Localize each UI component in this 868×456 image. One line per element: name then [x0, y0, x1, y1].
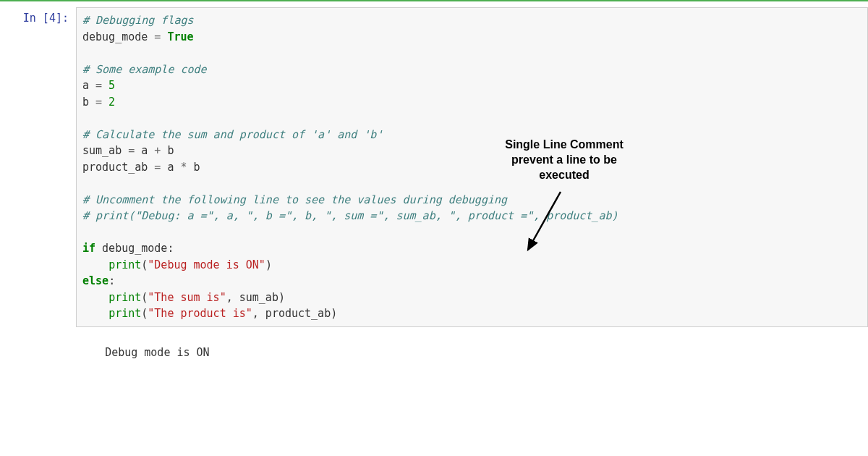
code-editor[interactable]: # Debugging flags debug_mode = True # So… — [76, 7, 868, 327]
code-token: = — [128, 144, 135, 157]
code-token: : — [109, 274, 115, 287]
code-token: * — [180, 161, 187, 174]
code-token: 5 — [102, 79, 115, 92]
code-token: = — [95, 96, 102, 109]
code-token: a — [161, 161, 180, 174]
prompt-close: ]: — [56, 12, 69, 25]
code-token — [82, 258, 109, 271]
code-token: debug_mode: — [95, 242, 174, 255]
code-token: b — [82, 96, 95, 109]
code-token: ( — [141, 258, 148, 271]
comment: # Some example code — [82, 63, 207, 76]
comment: # print("Debug: a =", a, ", b =", b, ", … — [82, 209, 618, 222]
code-token: ( — [141, 291, 148, 304]
code-token: print — [109, 291, 141, 304]
code-token — [82, 291, 109, 304]
output-area: Debug mode is ON — [69, 327, 868, 378]
code-token: else — [82, 274, 109, 287]
code-cell: In [4]: # Debugging flags debug_mode = T… — [0, 0, 868, 327]
code-token: ( — [141, 307, 148, 320]
code-token: print — [109, 258, 141, 271]
code-token: a — [135, 144, 154, 157]
code-token: sum_ab — [82, 144, 128, 157]
notebook-container: In [4]: # Debugging flags debug_mode = T… — [0, 0, 868, 378]
prompt-label: In [ — [23, 12, 49, 25]
code-token: print — [109, 307, 141, 320]
code-token: ) — [265, 258, 272, 271]
comment: # Uncomment the following line to see th… — [82, 193, 507, 206]
code-token: debug_mode — [82, 30, 154, 43]
code-token: "The product is" — [148, 307, 252, 320]
annotation-line: prevent a line to be — [485, 153, 644, 168]
annotation-text: Single Line Comment prevent a line to be… — [485, 138, 644, 182]
code-token: "Debug mode is ON" — [148, 258, 265, 271]
annotation-line: Single Line Comment — [485, 138, 644, 153]
code-token: if — [82, 242, 95, 255]
code-token: product_ab — [82, 161, 154, 174]
annotation-line: executed — [485, 168, 644, 183]
code-token: , sum_ab) — [226, 291, 285, 304]
input-prompt: In [4]: — [0, 7, 76, 327]
code-token — [82, 307, 109, 320]
code-token: b — [161, 144, 174, 157]
code-token: "The sum is" — [148, 291, 226, 304]
comment: # Calculate the sum and product of 'a' a… — [82, 128, 383, 141]
prompt-number: 4 — [49, 12, 56, 25]
code-token: , product_ab) — [252, 307, 337, 320]
code-token: = — [95, 79, 102, 92]
code-token: a — [82, 79, 95, 92]
code-token: b — [187, 161, 200, 174]
output-text: Debug mode is ON — [105, 346, 210, 359]
code-token: True — [161, 30, 193, 43]
comment: # Debugging flags — [82, 14, 194, 27]
code-token: 2 — [102, 96, 115, 109]
